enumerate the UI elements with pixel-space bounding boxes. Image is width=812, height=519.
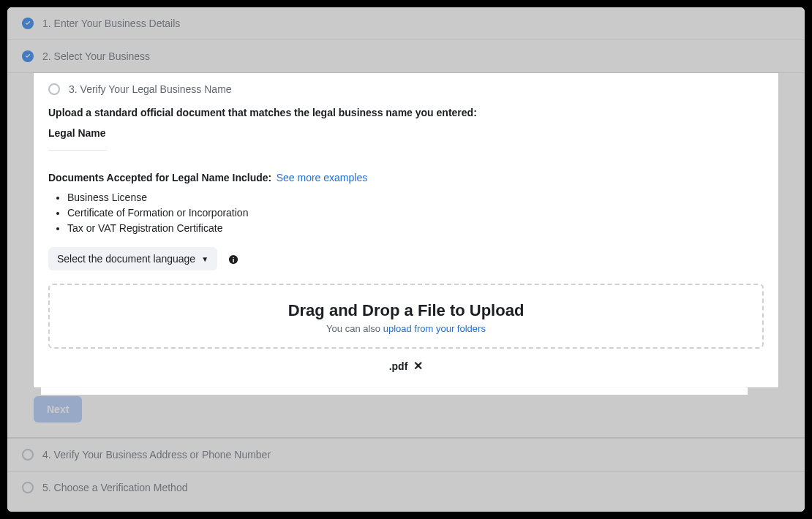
uploaded-file-name: .pdf	[389, 360, 408, 372]
dropzone-subtitle: You can also upload from your folders	[57, 323, 755, 334]
document-language-label: Select the document language	[57, 253, 195, 265]
step-5-label: 5. Choose a Verification Method	[42, 482, 187, 493]
list-item: Business License	[67, 192, 764, 203]
step-4-label: 4. Verify Your Business Address or Phone…	[42, 449, 271, 461]
upload-instruction: Upload a standard official document that…	[48, 107, 764, 118]
step-3-label: 3. Verify Your Legal Business Name	[69, 83, 232, 95]
svg-text:i: i	[232, 255, 234, 263]
radio-icon	[48, 83, 60, 95]
see-more-examples-link[interactable]: See more examples	[277, 172, 368, 183]
file-dropzone[interactable]: Drag and Drop a File to Upload You can a…	[48, 284, 764, 349]
list-item: Tax or VAT Registration Certificate	[67, 222, 764, 234]
check-icon	[22, 50, 34, 62]
legal-name-value	[48, 143, 107, 151]
step-1-row[interactable]: 1. Enter Your Business Details	[7, 7, 805, 40]
caret-down-icon: ▼	[201, 255, 208, 263]
step-2-row[interactable]: 2. Select Your Business	[7, 40, 805, 73]
step-4-row[interactable]: 4. Verify Your Business Address or Phone…	[7, 438, 805, 471]
dropzone-title: Drag and Drop a File to Upload	[57, 301, 755, 320]
accepted-documents-list: Business License Certificate of Formatio…	[67, 192, 764, 234]
legal-name-heading: Legal Name	[48, 127, 764, 139]
uploaded-file-row: .pdf ✕	[48, 359, 764, 373]
step-5-row[interactable]: 5. Choose a Verification Method	[7, 471, 805, 504]
step-2-label: 2. Select Your Business	[42, 50, 150, 62]
step-3-panel: 3. Verify Your Legal Business Name Uploa…	[34, 73, 778, 387]
radio-icon	[22, 449, 34, 461]
document-language-select[interactable]: Select the document language ▼	[48, 247, 217, 270]
documents-accepted-heading: Documents Accepted for Legal Name Includ…	[48, 172, 271, 183]
radio-icon	[22, 482, 34, 493]
step-1-label: 1. Enter Your Business Details	[42, 18, 180, 29]
info-icon[interactable]: i	[228, 254, 238, 265]
list-item: Certificate of Formation or Incorporatio…	[67, 207, 764, 219]
check-icon	[22, 18, 34, 29]
next-button[interactable]: Next	[34, 396, 82, 423]
remove-file-button[interactable]: ✕	[413, 359, 423, 373]
upload-from-folders-link[interactable]: upload from your folders	[383, 323, 486, 334]
